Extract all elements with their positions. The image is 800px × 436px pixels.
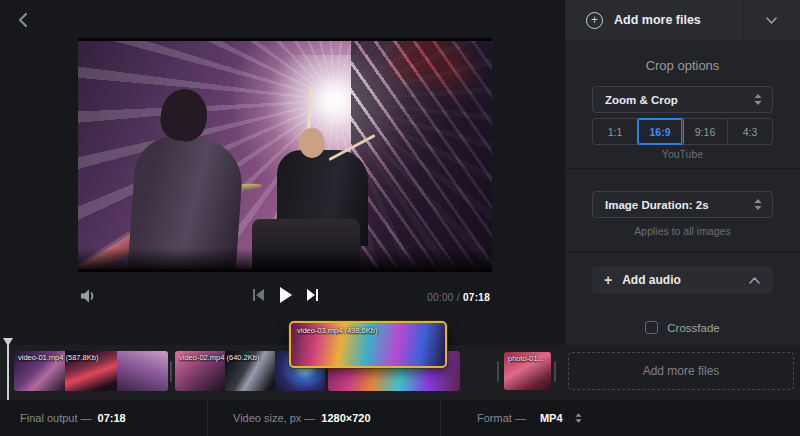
section-divider [565,168,800,169]
clip-separator-handle[interactable] [554,361,556,382]
timeline: video-01.mp4 (587.8Kb) video-02.mp4 (640… [0,345,800,400]
plus-icon: + [604,272,612,288]
stage-floor-shadow [78,248,492,269]
footer-divider [207,400,208,436]
clip-filename: photo-01... [508,354,547,363]
playhead[interactable] [7,338,9,400]
crossfade-checkbox[interactable] [645,321,658,334]
crossfade-option[interactable]: Crossfade [565,321,800,334]
clip-separator-handle[interactable] [170,361,172,382]
guitarist-head [157,86,210,144]
final-output-value: 07:18 [98,412,126,424]
player-controls: 00:00 / 07:18 [0,282,565,316]
timeline-clip-photo-01[interactable]: photo-01... [504,352,551,390]
stage-truss [351,41,492,269]
previous-button[interactable] [252,288,265,302]
clip-filename: video-03.mp4 (498.6Kb) [297,326,441,335]
section-divider [565,252,800,253]
drummer-head [299,128,325,158]
concert-scene-image [78,41,492,269]
time-display: 00:00 / 07:18 [427,292,490,303]
volume-button[interactable] [80,288,97,304]
chevron-up-icon [748,276,761,285]
timeline-clip-video-01[interactable]: video-01.mp4 (587.8Kb) [14,351,168,391]
play-icon [278,286,293,304]
timeline-add-more-files[interactable]: Add more files [568,352,794,390]
chevron-left-icon [17,11,29,29]
format-selector[interactable]: Format — MP4 [477,400,582,436]
transport-controls [252,286,319,304]
crop-mode-value: Zoom & Crop [605,94,678,106]
format-value: MP4 [540,412,563,424]
settings-panel: + Add more files Crop options Zoom & Cro… [565,0,800,345]
chevron-down-icon [765,16,778,25]
skip-forward-icon [306,288,319,302]
aspect-ratio-group: 1:1 16:9 9:16 4:3 [592,118,773,145]
clip-filename: video-01.mp4 (587.8Kb) [18,353,164,362]
ratio-button-9-16[interactable]: 9:16 [683,119,728,144]
skip-back-icon [252,288,265,302]
final-output-label: Final output — [20,412,92,424]
time-separator: / [454,292,463,303]
playhead-handle[interactable] [3,338,13,346]
footer-divider [440,400,441,436]
image-duration-value: Image Duration: 2s [605,199,709,211]
clip-separator-handle[interactable] [497,361,499,382]
collapse-panel-button[interactable] [743,0,800,40]
video-size-value: 1280×720 [321,412,370,424]
format-stepper-icon[interactable] [575,413,582,423]
final-output-info: Final output — 07:18 [20,400,126,436]
timeline-add-more-files-label: Add more files [643,364,720,378]
video-size-info: Video size, px — 1280×720 [233,400,371,436]
time-current: 00:00 [427,292,454,303]
plus-circle-icon: + [586,12,603,29]
crop-options-title: Crop options [565,58,800,73]
video-preview[interactable] [78,38,492,272]
image-duration-select[interactable]: Image Duration: 2s [592,191,773,218]
next-button[interactable] [306,288,319,302]
ratio-button-16-9[interactable]: 16:9 [638,119,683,144]
dragged-clip-video-03[interactable]: video-03.mp4 (498.6Kb) [289,321,447,368]
applies-note: Applies to all images [565,225,800,237]
crop-mode-select[interactable]: Zoom & Crop [592,86,773,113]
video-editor-app: 00:00 / 07:18 + Add more files Crop opti… [0,0,800,436]
play-button[interactable] [278,286,293,304]
video-size-label: Video size, px — [233,412,315,424]
crossfade-label: Crossfade [667,322,719,334]
back-button[interactable] [10,8,36,34]
ratio-button-4-3[interactable]: 4:3 [728,119,772,144]
output-settings-bar: Final output — 07:18 Video size, px — 12… [0,400,800,436]
preview-area: 00:00 / 07:18 [0,0,565,345]
select-stepper-icon [754,196,762,214]
ratio-button-1-1[interactable]: 1:1 [593,119,638,144]
ratio-preset-label: YouTube [565,148,800,160]
select-stepper-icon [754,91,762,109]
add-more-files-label: Add more files [614,13,701,27]
time-total: 07:18 [463,292,490,303]
add-audio-label: Add audio [622,273,681,287]
add-audio-button[interactable]: + Add audio [592,266,773,294]
format-label: Format — [477,412,526,424]
speaker-icon [80,288,97,304]
